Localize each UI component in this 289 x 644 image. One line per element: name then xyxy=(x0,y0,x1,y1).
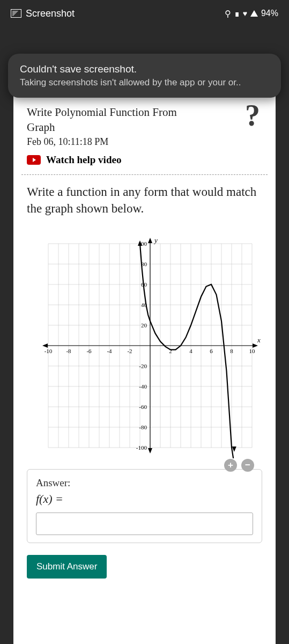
watch-help-label: Watch help video xyxy=(46,154,121,166)
svg-marker-55 xyxy=(42,343,48,348)
svg-text:-4: -4 xyxy=(107,348,112,354)
svg-text:y: y xyxy=(153,236,158,244)
svg-text:4: 4 xyxy=(189,348,192,354)
instruction-text: Write a function in any form that would … xyxy=(27,184,262,217)
svg-text:10: 10 xyxy=(249,348,256,354)
status-left: Screenshot xyxy=(11,8,75,19)
problem-header: ? Write Polynomial Function From Graph F… xyxy=(27,105,262,166)
vibrate-icon: ∎ xyxy=(234,9,240,19)
separator xyxy=(21,174,268,175)
video-play-icon xyxy=(27,155,41,165)
svg-text:-60: -60 xyxy=(139,404,147,410)
add-button[interactable]: + xyxy=(224,459,237,472)
pm-controls: + − xyxy=(224,459,254,472)
svg-text:-2: -2 xyxy=(127,348,132,354)
status-right: ⚲ ∎ 94% xyxy=(225,9,278,19)
svg-marker-56 xyxy=(148,238,152,243)
answer-input[interactable] xyxy=(36,513,253,535)
fx-label: f(x) = xyxy=(36,492,253,506)
svg-marker-57 xyxy=(148,448,152,453)
svg-text:6: 6 xyxy=(210,348,213,354)
main-content: ? Write Polynomial Function From Graph F… xyxy=(13,94,276,644)
help-icon[interactable]: ? xyxy=(245,100,260,130)
submit-answer-button[interactable]: Submit Answer xyxy=(27,555,107,579)
answer-label: Answer: xyxy=(36,477,253,489)
svg-text:-8: -8 xyxy=(66,348,71,354)
heart-icon xyxy=(243,9,247,18)
toast-notification: Couldn't save screenshot. Taking screens… xyxy=(8,54,281,98)
image-icon xyxy=(11,9,21,18)
toast-title: Couldn't save screenshot. xyxy=(20,63,269,75)
remove-button[interactable]: − xyxy=(241,459,254,472)
answer-section: + − Answer: f(x) = xyxy=(27,469,262,543)
svg-text:20: 20 xyxy=(141,322,147,328)
status-title: Screenshot xyxy=(26,8,75,19)
svg-text:x: x xyxy=(257,336,261,344)
svg-marker-54 xyxy=(253,343,258,348)
battery-percent: 94% xyxy=(261,9,278,18)
svg-text:-10: -10 xyxy=(45,348,53,354)
watch-help-link[interactable]: Watch help video xyxy=(27,154,262,166)
problem-title: Write Polynomial Function From Graph xyxy=(27,105,188,135)
svg-text:-6: -6 xyxy=(86,348,92,354)
svg-text:-80: -80 xyxy=(139,424,147,430)
svg-text:8: 8 xyxy=(230,348,233,354)
signal-icon xyxy=(250,10,258,17)
status-bar: Screenshot ⚲ ∎ 94% xyxy=(0,0,289,27)
toast-body: Taking screenshots isn't allowed by the … xyxy=(20,77,269,88)
svg-text:-100: -100 xyxy=(136,444,147,451)
problem-timestamp: Feb 06, 10:11:18 PM xyxy=(27,136,262,148)
svg-text:-20: -20 xyxy=(139,363,147,369)
svg-text:-40: -40 xyxy=(139,383,147,390)
polynomial-graph: -10-8-6-4-2246810-100-80-60-40-202040608… xyxy=(27,233,263,458)
bluetooth-icon: ⚲ xyxy=(225,9,231,19)
